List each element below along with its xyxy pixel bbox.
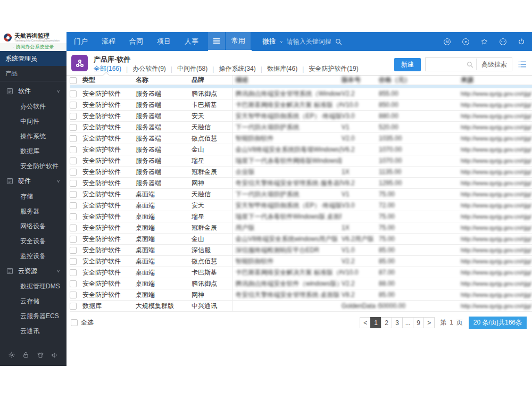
row-checkbox[interactable]: [70, 124, 77, 131]
nav-item-pinned[interactable]: 常用: [226, 32, 251, 50]
row-checkbox[interactable]: [70, 90, 77, 97]
nav-item-5[interactable]: 人事: [185, 37, 198, 46]
sidebar-item-0-4[interactable]: 安全防护软件: [0, 159, 66, 173]
tab-0[interactable]: 全部(166): [94, 64, 121, 73]
sidebar-group-header[interactable]: 硬件∨: [0, 173, 66, 189]
cell-description: 用户版: [232, 222, 342, 234]
sidebar-item-1-4[interactable]: 监控设备: [0, 248, 66, 263]
m-badge-icon[interactable]: M: [443, 38, 451, 46]
power-icon[interactable]: [518, 38, 525, 45]
cell-source: http://www.qyrjg.gov.cn/rjjg/: [461, 133, 532, 144]
page-button-3[interactable]: 3: [392, 317, 403, 328]
sidebar-item-0-1[interactable]: 中间件: [0, 114, 66, 129]
search-icon[interactable]: [464, 61, 476, 68]
sidebar-group-header[interactable]: 云资源∨: [0, 263, 66, 279]
sidebar-group-header[interactable]: 软件∨: [0, 84, 66, 99]
row-checkbox[interactable]: [70, 113, 77, 120]
row-checkbox[interactable]: [70, 225, 77, 231]
sidebar-item-1-0[interactable]: 存储: [0, 189, 66, 204]
nav-item-1[interactable]: 门户: [74, 37, 88, 46]
row-checkbox[interactable]: [70, 280, 77, 287]
cell-name: 服务器端: [136, 88, 192, 99]
sidebar-item-2-3[interactable]: 云通讯: [0, 323, 66, 338]
row-checkbox[interactable]: [70, 292, 77, 298]
row-checkbox[interactable]: [70, 169, 77, 176]
lock-icon[interactable]: [22, 351, 29, 359]
row-checkbox-cell: [70, 88, 82, 99]
sidebar-item-0-2[interactable]: 操作系统: [0, 129, 66, 144]
nav-item-4[interactable]: 项目: [157, 37, 171, 46]
theme-icon[interactable]: [37, 352, 44, 359]
nav-item-2[interactable]: 流程: [102, 37, 115, 46]
global-search-input[interactable]: 请输入关键词搜: [287, 37, 331, 46]
sidebar-item-1-3[interactable]: 安全设备: [0, 234, 66, 248]
row-checkbox[interactable]: [70, 303, 77, 310]
tab-4[interactable]: 数据库(46): [267, 64, 297, 73]
sidebar-item-0-3[interactable]: 数据库: [0, 144, 66, 159]
prev-page-button[interactable]: <: [360, 317, 371, 328]
sidebar-item-1-1[interactable]: 服务器: [0, 204, 66, 219]
row-checkbox[interactable]: [70, 247, 77, 254]
row-checkbox[interactable]: [70, 191, 77, 198]
row-checkbox[interactable]: [70, 213, 77, 220]
e-badge-icon[interactable]: e: [462, 38, 470, 46]
next-page-button[interactable]: >: [423, 317, 435, 328]
table-search-input[interactable]: [426, 59, 464, 70]
page-button-9[interactable]: 9: [413, 317, 424, 328]
cell-version: V8.2: [342, 289, 379, 301]
row-checkbox[interactable]: [70, 135, 77, 142]
advanced-search-button[interactable]: 高级搜索: [476, 59, 512, 70]
toolbar: 新建 高级搜索: [394, 57, 527, 71]
sidebar-item-2-1[interactable]: 云存储: [0, 294, 66, 309]
star-icon[interactable]: [480, 38, 488, 46]
sound-icon[interactable]: [51, 352, 59, 359]
sidebar-item-1-2[interactable]: 网络设备: [0, 219, 66, 234]
sidebar-item-0-0[interactable]: 办公软件: [0, 99, 66, 114]
tab-separator: |: [212, 65, 214, 73]
tab-2[interactable]: 中间件(58): [177, 64, 207, 73]
page-button-2[interactable]: 2: [381, 317, 392, 328]
row-checkbox[interactable]: [70, 269, 77, 276]
page-size-badge[interactable]: 20 条/页|共166条: [469, 317, 527, 329]
header-checkbox[interactable]: [70, 77, 77, 84]
table-row: 安全防护软件桌面端冠群金辰用户版1X75.00http://www.qyrjg.…: [70, 222, 532, 234]
tab-3[interactable]: 操作系统(34): [219, 64, 255, 73]
column-header-5: 价格（元）: [379, 76, 461, 85]
page-button-1[interactable]: 1: [370, 317, 381, 328]
cell-brand: 冠群金辰: [192, 222, 232, 234]
row-checkbox-cell: [70, 155, 82, 167]
row-checkbox[interactable]: [70, 258, 77, 265]
row-checkbox[interactable]: [70, 157, 77, 164]
more-icon[interactable]: [499, 38, 507, 46]
row-checkbox[interactable]: [70, 236, 77, 243]
sidebar-item-2-0[interactable]: 数据管理DMS: [0, 279, 66, 294]
cell-price: 855.00: [379, 88, 461, 99]
list-view-icon[interactable]: [518, 61, 527, 68]
sidebar-group-label: 硬件: [18, 177, 31, 186]
tab-5[interactable]: 安全防护软件(19): [309, 64, 358, 73]
column-header-3: 描述: [232, 76, 342, 85]
sidebar-footer: [0, 347, 66, 363]
cell-source: http://www.qyrjg.gov.cn/rjjg/: [461, 99, 532, 111]
tab-separator: |: [126, 65, 128, 73]
cell-source: http://www.qyrjg.gov.cn/rjjg/: [461, 211, 532, 222]
nav-item-3[interactable]: 合同: [129, 37, 143, 46]
new-button[interactable]: 新建: [394, 58, 421, 71]
logo-box: 天航咨询监理 Tianhang Info Consulting&Supervis…: [0, 32, 66, 51]
search-icon[interactable]: [335, 38, 342, 45]
cell-type: 安全防护软件: [82, 122, 136, 133]
select-all-checkbox[interactable]: [71, 319, 78, 326]
cell-price: 1070.00: [379, 155, 461, 167]
row-checkbox[interactable]: [70, 102, 77, 109]
row-checkbox[interactable]: [70, 146, 77, 153]
cell-price: 75.00: [379, 211, 461, 222]
row-checkbox[interactable]: [70, 202, 77, 209]
tab-1[interactable]: 办公软件(9): [132, 64, 166, 73]
table-row: 安全防护软件桌面端网神奇安信天擎终端安全管理系统·桌面版V8.285.00htt…: [70, 289, 532, 301]
oa-login-link[interactable]: · 协同办公系统登录: [0, 43, 66, 51]
settings-icon[interactable]: [8, 351, 15, 359]
sidebar-item-2-2[interactable]: 云服务器ECS: [0, 309, 66, 323]
search-engine-select[interactable]: 微搜: [262, 37, 276, 46]
apps-menu-button[interactable]: [208, 32, 225, 50]
row-checkbox[interactable]: [70, 180, 77, 187]
